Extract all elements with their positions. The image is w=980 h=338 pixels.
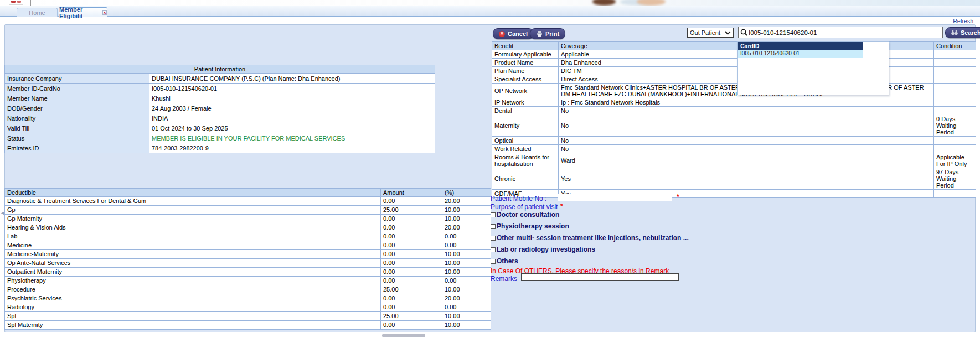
deductible-pct: 10.00 <box>442 259 491 268</box>
table-row: Hearing & Vision Aids0.0020.00 <box>5 223 491 232</box>
table-row: Rooms & Boards for hospitalisationWardAp… <box>492 153 976 168</box>
deductible-amount: 0.00 <box>381 241 442 250</box>
table-row: MaternityNo0 Days Waiting Period <box>492 115 976 137</box>
field-label: Member Name <box>5 93 149 103</box>
print-icon <box>536 31 543 37</box>
field-value: INDIA <box>149 113 435 123</box>
remarks-input[interactable] <box>521 273 679 281</box>
cardid-dropdown-item[interactable]: I005-010-121540620-01 <box>738 50 863 58</box>
deductible-name: Lab <box>5 232 381 241</box>
deductible-name: Procedure <box>5 285 381 294</box>
search-button[interactable]: Search <box>945 27 980 38</box>
checkbox-box[interactable] <box>491 236 496 241</box>
deductible-amount: 25.00 <box>381 312 442 321</box>
field-value: Khushi <box>149 93 435 103</box>
table-row: DentalNo <box>492 107 976 115</box>
cancel-icon: ✕ <box>499 31 505 37</box>
condition-value <box>934 107 976 115</box>
patient-mobile-input[interactable] <box>558 194 672 201</box>
deductible-amount: 0.00 <box>381 223 442 232</box>
condition-value <box>934 59 976 67</box>
checkbox-label: Lab or radiology investigations <box>497 246 595 253</box>
deductible-amount: 25.00 <box>381 206 442 215</box>
purpose-label: Purpose of patient visit <box>491 203 558 211</box>
coverage-value: Ward <box>559 153 934 168</box>
field-value: DUBAI INSURANCE COMPANY (P.S.C) (Plan Na… <box>149 74 435 84</box>
refresh-link[interactable]: Refresh <box>953 18 973 24</box>
required-marker: * <box>560 202 563 210</box>
benefit-header: Benefit <box>492 42 559 50</box>
table-row: Spl Maternity0.0010.00 <box>5 321 491 330</box>
checkbox-lab-radiology[interactable]: Lab or radiology investigations <box>491 246 595 253</box>
cancel-button[interactable]: ✕ Cancel <box>493 28 534 39</box>
cancel-button-label: Cancel <box>508 30 528 37</box>
deductible-pct: 20.00 <box>442 223 491 232</box>
checkbox-physiotherapy-session[interactable]: Physiotherapy session <box>491 222 569 230</box>
deductible-amount: 0.00 <box>381 294 442 303</box>
tab-home[interactable]: Home <box>17 8 58 17</box>
coverage-value: Yes <box>559 168 934 190</box>
benefit-name: Rooms & Boards for hospitalisation <box>492 153 559 168</box>
checkbox-other-multi-session[interactable]: Other multi- session treatment like inje… <box>491 234 689 242</box>
search-input[interactable] <box>749 27 942 38</box>
deductible-name: Medicine <box>5 241 381 250</box>
deductible-pct: 10.00 <box>442 206 491 215</box>
table-row: Member ID-CardNoI005-010-121540620-01 <box>5 84 435 93</box>
visit-type-select[interactable]: Out Patient <box>687 28 734 38</box>
deductible-pct: 20.00 <box>442 197 491 206</box>
deductible-name: Medicine-Maternity <box>5 250 381 259</box>
table-row: Lab0.000.00 <box>5 232 491 241</box>
deductible-pct: 10.00 <box>442 250 491 259</box>
checkbox-box[interactable] <box>491 212 496 217</box>
deductible-pct: 0.00 <box>442 232 491 241</box>
checkbox-box[interactable] <box>491 259 496 264</box>
deductible-amount: 0.00 <box>381 259 442 268</box>
checkbox-box[interactable] <box>491 247 496 252</box>
tab-close-icon[interactable]: x <box>102 10 107 15</box>
chevron-down-icon <box>725 31 731 35</box>
deductible-pct: 10.00 <box>442 215 491 223</box>
field-label: DOB/Gender <box>5 103 149 113</box>
field-label: Status <box>5 133 149 143</box>
status-value: MEMBER IS ELIGIBLE IN YOUR FACILITY FOR … <box>149 133 435 143</box>
tab-member-eligibility[interactable]: Member Eligibilit x <box>59 7 107 17</box>
cardid-dropdown: CardID I005-010-121540620-01 <box>737 41 889 95</box>
checkbox-doctor-consultation[interactable]: Doctor consultation <box>491 211 559 219</box>
tab-home-label: Home <box>29 9 45 16</box>
coverage-value: No <box>559 137 934 145</box>
table-row: Psychiatric Services0.0020.00 <box>5 294 491 303</box>
print-button-label: Print <box>545 30 559 37</box>
condition-value <box>934 137 976 145</box>
deductible-amount: 0.00 <box>381 215 442 223</box>
benefit-name: OP Network <box>492 84 559 98</box>
required-marker: * <box>677 193 679 201</box>
benefit-name: Maternity <box>492 115 559 137</box>
condition-value <box>934 190 976 198</box>
deductible-amount: 0.00 <box>381 197 442 206</box>
patient-information-title: Patient Information <box>5 65 435 74</box>
benefit-name: Work Related <box>492 145 559 153</box>
deductible-pct: 10.00 <box>442 268 491 277</box>
deductible-amount: 0.00 <box>381 277 442 285</box>
field-label: Nationality <box>5 113 149 123</box>
deductible-pct: 10.00 <box>442 312 491 321</box>
remarks-label: Remarks <box>491 275 517 283</box>
banner-divider <box>30 0 31 6</box>
print-button[interactable]: Print <box>530 28 565 39</box>
condition-value: Applicable For IP Only <box>934 153 976 168</box>
horizontal-scrollbar-thumb[interactable] <box>382 334 425 337</box>
checkbox-others[interactable]: Others <box>491 257 518 265</box>
benefit-name: Product Name <box>492 59 559 67</box>
member-search-box <box>738 27 943 38</box>
checkbox-box[interactable] <box>491 224 496 229</box>
table-row: Valid Till01 Oct 2024 to 30 Sep 2025 <box>5 123 435 133</box>
field-value: 784-2003-2982200-9 <box>149 143 435 153</box>
benefit-name: IP Network <box>492 98 559 107</box>
coverage-value: No <box>559 115 934 137</box>
condition-value <box>934 75 976 84</box>
field-label: Valid Till <box>5 123 149 133</box>
table-row: OpticalNo <box>492 137 976 145</box>
panel-collapse-arrow[interactable]: ◄ <box>0 209 4 217</box>
deductible-pct: 0.00 <box>442 241 491 250</box>
table-row: Insurance CompanyDUBAI INSURANCE COMPANY… <box>5 74 435 84</box>
